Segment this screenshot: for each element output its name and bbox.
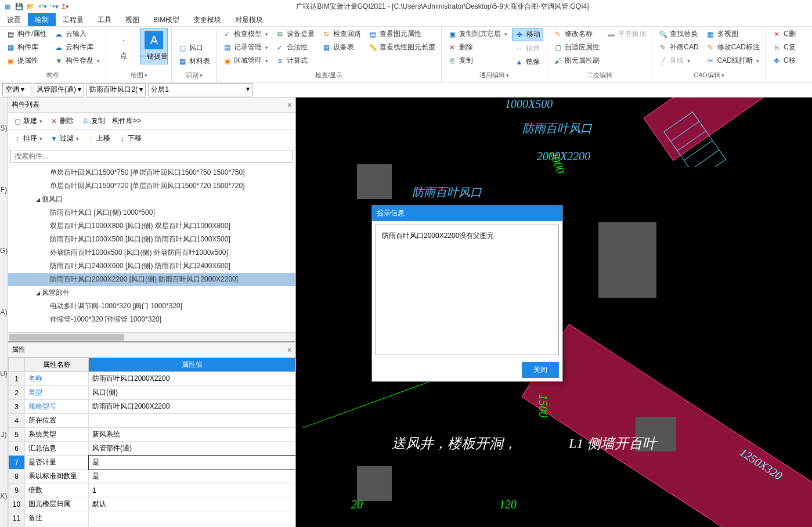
- btn-area-manage[interactable]: ▣区域管理: [220, 55, 270, 67]
- qat-redo-icon[interactable]: ↷▾: [49, 1, 59, 12]
- btn-device-table[interactable]: ▦设备表: [319, 41, 363, 53]
- btn-view-line-len[interactable]: 📏查看线性图元长度: [366, 41, 438, 53]
- properties-close-icon[interactable]: ×: [287, 345, 292, 355]
- qat-save-icon[interactable]: 💾: [14, 1, 24, 12]
- ctx-part-type[interactable]: 风管部件(通) ▾: [34, 83, 84, 96]
- tab-quantity[interactable]: 工程量: [56, 13, 91, 26]
- tb-lib[interactable]: 构件库>>: [110, 115, 143, 127]
- btn-delete[interactable]: ✕删除: [445, 41, 510, 53]
- prop-value[interactable]: 新风系统: [89, 428, 295, 442]
- dialog-title[interactable]: 提示信息: [372, 205, 562, 221]
- prop-row[interactable]: 5系统类型新风系统: [9, 428, 295, 442]
- tree-item[interactable]: 单层百叶回风口1500*720 [单层百叶回风口1500*720 1500*72…: [8, 179, 295, 193]
- prop-value[interactable]: 防雨百叶风口2000X2200: [89, 372, 295, 386]
- prop-row[interactable]: 8乘以标准间数量是: [9, 470, 295, 483]
- tb-sort[interactable]: ↕排序: [10, 132, 45, 145]
- tab-compare[interactable]: 对量模块: [228, 13, 270, 26]
- btn-material-table[interactable]: ▦材料表: [175, 55, 212, 67]
- btn-formula[interactable]: ≡计算式: [273, 55, 317, 67]
- btn-c-move[interactable]: ✥C移: [770, 55, 798, 67]
- btn-attr-brush[interactable]: 🖌图元属性刷: [551, 55, 602, 67]
- tab-settings[interactable]: 设置: [0, 13, 28, 26]
- btn-mirror[interactable]: ▲镜像: [512, 56, 543, 68]
- prop-row[interactable]: 4所在位置: [9, 414, 295, 428]
- tb-new[interactable]: ▢新建: [10, 115, 45, 127]
- tree-item[interactable]: 防雨百叶风口 [风口(侧) 1000*500]: [8, 206, 295, 219]
- btn-stretch[interactable]: ↔拉伸: [512, 42, 543, 55]
- prop-row[interactable]: 7是否计量是: [9, 456, 295, 470]
- btn-cloud-input[interactable]: ☁云输入: [52, 28, 102, 40]
- tab-bim[interactable]: BIM模型: [146, 13, 186, 26]
- tree-item[interactable]: 外墙防雨百叶1000x500 [风口(侧) 外墙防雨百叶1000x500]: [8, 246, 295, 259]
- tree-item[interactable]: 风管部件: [8, 286, 295, 299]
- tab-draw[interactable]: 绘制: [28, 13, 56, 26]
- prop-row[interactable]: 2类型风口(侧): [9, 386, 295, 400]
- qat-app-icon[interactable]: ▦: [2, 1, 13, 12]
- btn-component-lib[interactable]: ▦构件库: [3, 41, 49, 53]
- tab-tools[interactable]: 工具: [91, 13, 118, 26]
- prop-value[interactable]: 1: [89, 483, 295, 497]
- prop-row[interactable]: 10图元楼层归属默认: [9, 497, 295, 511]
- tree-item[interactable]: 防雨百叶风口2000X2200 [风口(侧) 防雨百叶风口2000X2200]: [8, 273, 295, 286]
- btn-extract-attr[interactable]: ▣提属性: [3, 55, 49, 67]
- btn-legality[interactable]: ✓合法性: [273, 41, 317, 53]
- prop-value[interactable]: 防雨百叶风口2000X2200: [89, 400, 295, 414]
- btn-align-slab[interactable]: ▬平齐板顶: [604, 28, 648, 40]
- dialog-close-button[interactable]: 关闭: [522, 362, 559, 378]
- tb-filter[interactable]: ▼过滤: [47, 132, 81, 145]
- btn-cad-break[interactable]: ✂CAD线打断: [703, 55, 762, 67]
- tree-item[interactable]: 单层百叶回风口1500*750 [单层百叶回风口1500*750 1500*75…: [8, 166, 295, 179]
- component-list-close-icon[interactable]: ×: [287, 100, 292, 110]
- btn-cloud-lib[interactable]: ☁云构件库: [52, 41, 102, 53]
- btn-draw-cad[interactable]: ✎补画CAD: [656, 41, 701, 53]
- tab-view[interactable]: 视图: [118, 13, 146, 26]
- btn-check-loop[interactable]: ↻检查回路: [319, 28, 363, 40]
- component-tree[interactable]: 单层百叶回风口1500*750 [单层百叶回风口1500*750 1500*75…: [8, 165, 295, 332]
- btn-copy[interactable]: ⎘复制: [445, 55, 510, 67]
- prop-row[interactable]: 12⊞ 显示样式: [9, 525, 295, 528]
- component-search-input[interactable]: [10, 150, 293, 163]
- btn-multi-view[interactable]: ▦多视图: [703, 28, 762, 40]
- prop-value[interactable]: 是: [89, 456, 295, 470]
- btn-c-del[interactable]: ✕C删: [770, 28, 798, 40]
- ctx-system[interactable]: 空调 ▾: [2, 83, 31, 96]
- btn-copy-to-floor[interactable]: ▣复制到其它层: [445, 28, 510, 40]
- prop-value[interactable]: [89, 414, 295, 428]
- btn-component-attr[interactable]: ▤构件/属性: [3, 28, 49, 40]
- btn-view-elem-attr[interactable]: ▤查看图元属性: [366, 28, 438, 40]
- btn-rename[interactable]: ✎修改名称: [551, 28, 602, 40]
- qat-sum-icon[interactable]: Σ▾: [60, 1, 71, 12]
- btn-c-copy[interactable]: ⎘C复: [770, 41, 798, 53]
- btn-save-component[interactable]: ▼构件存盘: [52, 55, 102, 67]
- btn-find-replace[interactable]: 🔍查找替换: [656, 28, 701, 40]
- tb-copy[interactable]: ⎘复制: [78, 115, 107, 127]
- group-label-identify[interactable]: 识别: [175, 70, 212, 81]
- prop-row[interactable]: 9倍数1: [9, 483, 295, 497]
- prop-value[interactable]: 默认: [89, 497, 295, 511]
- tb-down[interactable]: ↓下移: [115, 132, 144, 145]
- qat-undo-icon[interactable]: ↶▾: [37, 1, 48, 12]
- tree-item[interactable]: 侧风口: [8, 193, 295, 206]
- tree-item[interactable]: 伸缩管-1000*320 [伸缩管 1000*320]: [8, 313, 295, 326]
- btn-one-key-qty[interactable]: A一键提量: [140, 28, 168, 64]
- btn-point[interactable]: ·点: [110, 28, 138, 63]
- btn-check-model[interactable]: ✓检查模型: [220, 28, 270, 40]
- btn-line[interactable]: ╱直线: [656, 55, 701, 67]
- prop-value[interactable]: 是: [89, 470, 295, 483]
- prop-value[interactable]: 风口(侧): [89, 386, 295, 400]
- drawing-canvas[interactable]: 1000X500 防雨百叶风口 2000X2200 防雨百叶风口 送风井，楼板开…: [296, 98, 812, 527]
- btn-vent[interactable]: ▢风口: [175, 42, 212, 54]
- prop-value[interactable]: 风管部件(通): [89, 442, 295, 456]
- prop-value[interactable]: [89, 525, 295, 528]
- prop-row[interactable]: 11备注: [9, 511, 295, 525]
- prop-row[interactable]: 1名称防雨百叶风口2000X2200: [9, 372, 295, 386]
- group-label-cad[interactable]: CAD编辑: [656, 70, 762, 81]
- ctx-layer[interactable]: 分层1 ▾: [148, 83, 252, 96]
- tb-delete[interactable]: ✕删除: [47, 115, 76, 127]
- btn-record-manage[interactable]: ▤记录管理: [220, 41, 270, 53]
- tab-change[interactable]: 变更模块: [186, 13, 228, 26]
- prop-row[interactable]: 6汇总信息风管部件(通): [9, 442, 295, 456]
- btn-auto-adapt[interactable]: ▢自适应属性: [551, 41, 602, 53]
- group-label-edit[interactable]: 通用编辑: [445, 70, 543, 81]
- tb-up[interactable]: ↑上移: [84, 132, 113, 145]
